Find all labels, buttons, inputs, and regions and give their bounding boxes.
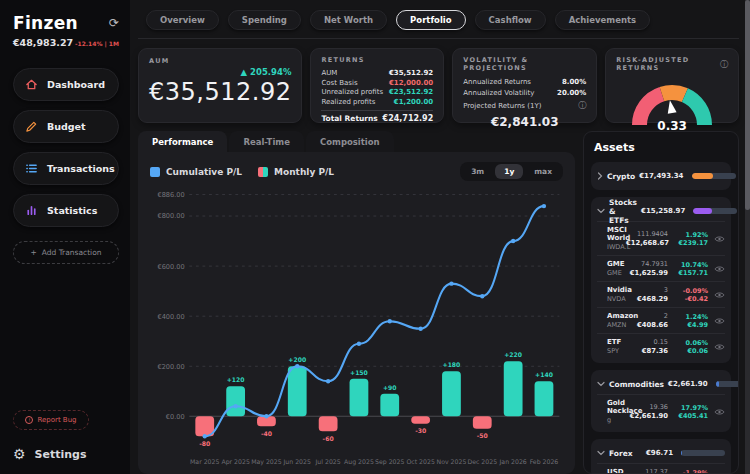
- eye-icon[interactable]: [711, 291, 725, 299]
- cumulative-pl-swatch: [150, 167, 160, 177]
- asset-row-amzn[interactable]: Amazon AMZN 2 €408.66 1.24% €4.99: [597, 307, 725, 333]
- asset-ticker: SPY: [607, 347, 626, 355]
- volatility-row: Annualized Returns8.00%: [463, 78, 586, 86]
- asset-name: USD: [607, 468, 626, 474]
- tab-overview[interactable]: Overview: [146, 10, 219, 30]
- asset-row-nvda[interactable]: Nvidia NVDA 3 €468.29 -0.09% -€0.42: [597, 281, 725, 307]
- tab-spending[interactable]: Spending: [228, 10, 301, 30]
- asset-group-header[interactable]: Commodities €2,661.90: [597, 374, 725, 394]
- chart-tab-performance[interactable]: Performance: [138, 131, 227, 152]
- sidebar-item-budget[interactable]: Budget: [13, 110, 119, 143]
- asset-ticker: GME: [607, 269, 626, 277]
- volatility-row-label: Annualized Returns: [463, 78, 531, 86]
- svg-text:+180: +180: [443, 361, 461, 368]
- returns-row-label: AUM: [321, 69, 337, 77]
- svg-text:Jun 2025: Jun 2025: [283, 458, 311, 466]
- asset-name: Nvidia: [607, 286, 626, 294]
- volatility-row: Annualized Volatility20.00%: [463, 89, 586, 97]
- asset-group-header[interactable]: Stocks & ETFs €15,258.97: [597, 201, 725, 221]
- info-icon[interactable]: ⓘ: [720, 59, 728, 70]
- info-icon[interactable]: ⓘ: [578, 100, 586, 111]
- sidebar-item-statistics[interactable]: Statistics: [13, 194, 119, 227]
- legend-item[interactable]: Monthly P/L: [258, 167, 334, 177]
- scrollbar[interactable]: [745, 0, 750, 474]
- tab-achievements[interactable]: Achievements: [555, 10, 650, 30]
- svg-text:Jul 2025: Jul 2025: [315, 458, 341, 466]
- sidebar-item-transactions[interactable]: Transactions: [13, 152, 119, 185]
- aum-value: €35,512.92: [149, 78, 291, 106]
- chevron-down-icon: [597, 381, 605, 387]
- chart-tabs: PerformanceReal-TimeComposition: [138, 131, 575, 152]
- svg-text:Jan 2026: Jan 2026: [499, 458, 527, 466]
- report-bug-button[interactable]: ! Report Bug: [13, 410, 89, 430]
- eye-icon[interactable]: [711, 265, 725, 273]
- returns-row: Realized profits €1,200.00: [321, 98, 433, 106]
- projected-returns-value: €2,841.03: [463, 115, 586, 129]
- svg-text:€0.00: €0.00: [166, 413, 185, 421]
- eye-icon[interactable]: [711, 408, 725, 416]
- asset-value: €468.29: [626, 295, 668, 303]
- asset-group-value: €17,493.34: [639, 172, 683, 180]
- pl-chart[interactable]: €886.00€800.00€600.00€400.00€200.00€0.00…: [148, 183, 565, 470]
- add-transaction-button[interactable]: + Add Transaction: [13, 241, 119, 264]
- asset-row-g[interactable]: Gold Necklace g 19.36 €2,661.90 17.97% €…: [597, 394, 725, 428]
- total-returns-row: Total Returns €24,712.92: [321, 110, 433, 123]
- asset-row-iwda-l[interactable]: MSCI World IWDA.L 111.9404 €12,668.67 1.…: [597, 221, 725, 255]
- asset-change-abs: €239.17: [674, 239, 708, 247]
- asset-quantity: 0.15: [626, 338, 668, 346]
- sidebar-nav: Dashboard Budget Transactions Statistics: [13, 68, 119, 227]
- asset-value: €408.66: [626, 321, 668, 329]
- eye-icon[interactable]: [711, 343, 725, 351]
- asset-group-allocation-bar: [716, 381, 739, 387]
- app-root: Finzen ⟳ €48,983.27 -12.14% | 1M Dashboa…: [0, 0, 750, 474]
- chart-body: Cumulative P/LMonthly P/L 3m1ymax €886.0…: [138, 152, 575, 474]
- volatility-row: Projected Returns (1Y)ⓘ: [463, 100, 586, 111]
- balance-row: €48,983.27 -12.14% | 1M: [13, 37, 119, 48]
- scrollbar-thumb[interactable]: [745, 0, 750, 210]
- svg-text:-80: -80: [199, 440, 210, 447]
- tab-portfolio[interactable]: Portfolio: [396, 10, 466, 30]
- asset-quantity: 117.37: [626, 468, 668, 474]
- asset-group-stocks-etfs: Stocks & ETFs €15,258.97 MSCI World IWDA…: [591, 197, 731, 363]
- svg-text:Apr 2025: Apr 2025: [221, 458, 249, 466]
- eye-icon[interactable]: [711, 235, 725, 243]
- add-transaction-label: Add Transaction: [42, 248, 102, 257]
- returns-row-label: Cost Basis: [321, 79, 357, 87]
- range-1y[interactable]: 1y: [495, 164, 523, 179]
- tab-cashflow[interactable]: Cashflow: [475, 10, 546, 30]
- monthly-pl-swatch: [258, 167, 268, 177]
- asset-row-gme[interactable]: GME GME 74.7931 €1,625.99 10.74% €157.71: [597, 255, 725, 281]
- tab-net-worth[interactable]: Net Worth: [310, 10, 387, 30]
- asset-group-crypto: Crypto €17,493.34: [591, 162, 731, 190]
- assets-list: Crypto €17,493.34 Stocks & ETFs €15,258.…: [591, 162, 731, 474]
- total-returns-value: €24,712.92: [383, 114, 434, 123]
- asset-ticker: IWDA.L: [607, 243, 626, 251]
- svg-text:Sep 2025: Sep 2025: [375, 458, 404, 466]
- range-max[interactable]: max: [525, 164, 561, 179]
- asset-quantity: 2: [626, 312, 668, 320]
- returns-row-value: €12,000.00: [389, 79, 433, 87]
- chart-tab-composition[interactable]: Composition: [306, 131, 394, 152]
- refresh-icon[interactable]: ⟳: [109, 16, 119, 30]
- legend-item[interactable]: Cumulative P/L: [150, 167, 242, 177]
- returns-row-value: €35,512.92: [389, 69, 433, 77]
- settings-button[interactable]: ⚙ Settings: [13, 446, 119, 462]
- sidebar-spacer: [13, 264, 119, 410]
- range-3m[interactable]: 3m: [462, 164, 493, 179]
- asset-group-header[interactable]: Forex €96.71: [597, 443, 725, 463]
- sidebar-item-dashboard[interactable]: Dashboard: [13, 68, 119, 101]
- svg-text:€200.00: €200.00: [158, 363, 185, 371]
- asset-group-value: €2,661.90: [668, 380, 707, 388]
- svg-text:+150: +150: [350, 369, 368, 376]
- chart-tab-real-time[interactable]: Real-Time: [229, 131, 304, 152]
- asset-row-usd[interactable]: USD USD 117.37 €96.71 -1.29% -€1.29: [597, 463, 725, 474]
- asset-group-name: Crypto: [607, 172, 635, 181]
- legend-label: Cumulative P/L: [166, 167, 242, 177]
- asset-row-spy[interactable]: ETF SPY 0.15 €87.36 0.06% €0.06: [597, 333, 725, 359]
- asset-group-header[interactable]: Crypto €17,493.34: [597, 166, 725, 186]
- eye-icon[interactable]: [711, 317, 725, 325]
- asset-group-value: €96.71: [646, 449, 673, 457]
- asset-name: ETF: [607, 338, 626, 346]
- chevron-right-icon: [597, 172, 603, 180]
- returns-row-value: €23,512.92: [389, 88, 433, 96]
